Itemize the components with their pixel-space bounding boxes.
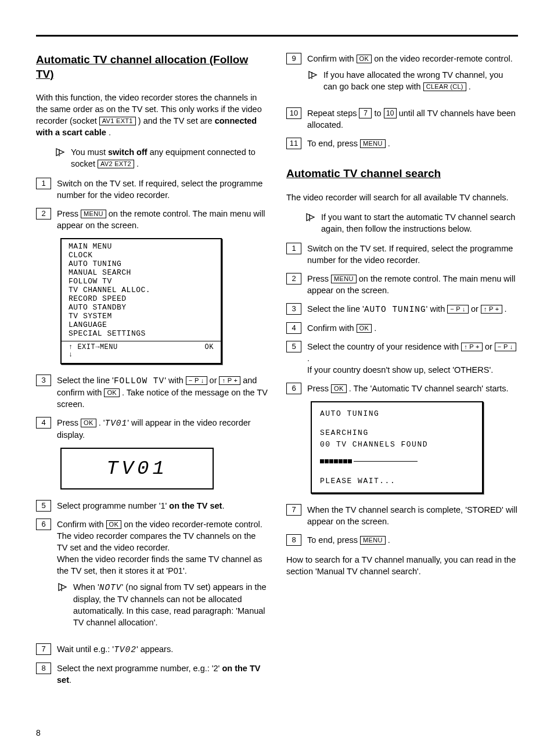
tip-body: You must switch off any equipment connec… (71, 146, 268, 170)
step-number: 4 (36, 417, 51, 429)
step-body: Switch on the TV set. If required, selec… (307, 243, 518, 266)
step-body: Switch on the TV set. If required, selec… (57, 178, 268, 201)
search-step-8: 8 To end, press MENU . (286, 534, 518, 546)
tip1-a: You must (71, 147, 108, 157)
seg-text: TV01 (105, 419, 127, 428)
step-number: 6 (286, 383, 301, 394)
t: When the video recorder finds the same T… (57, 555, 262, 575)
step-body: Press OK . 'TV01' will appear in the vid… (57, 417, 268, 441)
step-body: To end, press MENU . (307, 138, 518, 149)
step-body: Press OK . The 'Automatic TV channel sea… (307, 383, 518, 394)
step-number: 2 (36, 208, 51, 219)
progress-bar (320, 456, 418, 467)
tip1-bold: switch off (108, 147, 148, 157)
step-3: 3 Select the line 'FOLLOW TV' with − P ↓… (36, 375, 268, 410)
ok-label: OK (106, 520, 122, 529)
osd-line: PLEASE WAIT... (320, 476, 474, 487)
t: Confirm with (307, 54, 357, 63)
step-body: Select programme number '1' on the TV se… (57, 500, 268, 512)
tip-notv: When 'NOTV' (no signal from TV set) appe… (57, 581, 268, 628)
osd-line: TV SYSTEM (69, 312, 214, 321)
step-number: 4 (286, 322, 301, 334)
menu-button-label: MENU (360, 536, 386, 545)
t: To end, press (307, 535, 360, 545)
step-body: When the TV channel search is complete, … (307, 504, 518, 527)
step-body: Select the country of your residence wit… (307, 341, 518, 376)
mono: FOLLOW TV (114, 376, 164, 386)
t: Press (57, 209, 81, 218)
step-number: 11 (286, 138, 301, 149)
search-step-3: 3 Select the line 'AUTO TUNING' with − P… (286, 303, 518, 315)
t: ' appears. (136, 645, 173, 654)
t: or (210, 376, 220, 385)
osd-line: RECORD SPEED (69, 295, 214, 304)
svg-marker-9 (307, 214, 314, 221)
step-body: Press MENU on the remote control. The ma… (57, 208, 268, 231)
p-up-label: ↑ P + (481, 305, 502, 314)
step-body: Confirm with OK on the video recorder-re… (57, 519, 268, 636)
osd-line: CLOCK (69, 251, 214, 260)
intro-text-b: ) and the TV set are (138, 116, 215, 125)
t: or (485, 342, 495, 351)
step-body: Confirm with OK . (307, 322, 518, 334)
page-number: 8 (36, 728, 518, 739)
heading-auto-search: Automatic TV channel search (286, 167, 518, 181)
osd-line: AUTO TUNING (69, 260, 214, 269)
t: Press (307, 384, 331, 393)
clear-button-label: CLEAR (CL) (423, 82, 466, 91)
t: . (388, 535, 390, 545)
step-number: 3 (36, 375, 51, 386)
search-step-5: 5 Select the country of your residence w… (286, 341, 518, 376)
svg-point-2 (59, 155, 60, 156)
t: Confirm with (57, 520, 106, 529)
left-column: Automatic TV channel allocation (Follow … (36, 53, 268, 693)
tip-switch-off: You must switch off any equipment connec… (55, 146, 268, 170)
t: To end, press (307, 139, 360, 148)
p-down-label: − P ↓ (186, 376, 207, 385)
step-number: 8 (286, 534, 301, 546)
step-number: 9 (286, 53, 301, 64)
svg-point-8 (311, 78, 312, 79)
av2-ext2-label: AV2 EXT2 (98, 160, 134, 168)
step-number: 8 (36, 663, 51, 674)
ok-label: OK (331, 384, 347, 393)
tip-icon (305, 212, 316, 222)
av1-ext1-label: AV1 EXT1 (99, 117, 136, 125)
ok-label: OK (104, 388, 120, 397)
step-number: 7 (36, 643, 51, 655)
tip-icon (307, 70, 319, 80)
step-number: 3 (286, 303, 301, 315)
intro-paragraph: With this function, the video recorder s… (36, 92, 268, 138)
step-body: To end, press MENU . (307, 534, 518, 546)
step-body: Wait until e.g.: 'TV02' appears. (57, 643, 268, 656)
osd-line: SPECIAL SETTINGS (69, 330, 214, 339)
osd-line: SEARCHING (320, 427, 474, 439)
t: If your country doesn't show up, select … (307, 365, 493, 375)
t: Select the line ' (57, 376, 114, 385)
t: Press (57, 418, 81, 427)
step-1: 1 Switch on the TV set. If required, sel… (36, 178, 268, 201)
osd-auto-tuning: AUTO TUNING SEARCHING 00 TV CHANNELS FOU… (311, 401, 483, 494)
intro-text-c: . (109, 128, 111, 137)
p-up-label: ↑ P + (461, 343, 483, 351)
tip-icon (55, 147, 66, 157)
osd-stat-left: ↑ EXIT→MENU (69, 344, 118, 352)
step-4: 4 Press OK . 'TV01' will appear in the v… (36, 417, 268, 441)
two-column-layout: Automatic TV channel allocation (Follow … (36, 53, 518, 693)
step-body: Repeat steps 7 to 10 until all TV channe… (307, 107, 518, 131)
step-body: Press MENU on the remote control. The ma… (307, 273, 518, 296)
step-6: 6 Confirm with OK on the video recorder-… (36, 519, 268, 636)
heading-follow-tv: Automatic TV channel allocation (Follow … (36, 53, 268, 81)
osd-line: FOLLOW TV (69, 278, 214, 286)
t: Press (307, 274, 331, 283)
right-column: 9 Confirm with OK on the video recorder-… (286, 53, 518, 693)
mono: AUTO TUNING (364, 305, 426, 314)
t: or (471, 304, 481, 314)
seg-text: NOTV (99, 583, 122, 592)
osd-line: MANUAL SEARCH (69, 269, 214, 278)
outro-paragraph: How to search for a TV channel manually,… (286, 554, 518, 577)
tip-wrong-channel: If you have allocated the wrong TV chann… (307, 69, 518, 92)
step-10: 10 Repeat steps 7 to 10 until all TV cha… (286, 107, 518, 131)
menu-button-label: MENU (81, 210, 106, 218)
tip1-c: . (136, 159, 139, 168)
